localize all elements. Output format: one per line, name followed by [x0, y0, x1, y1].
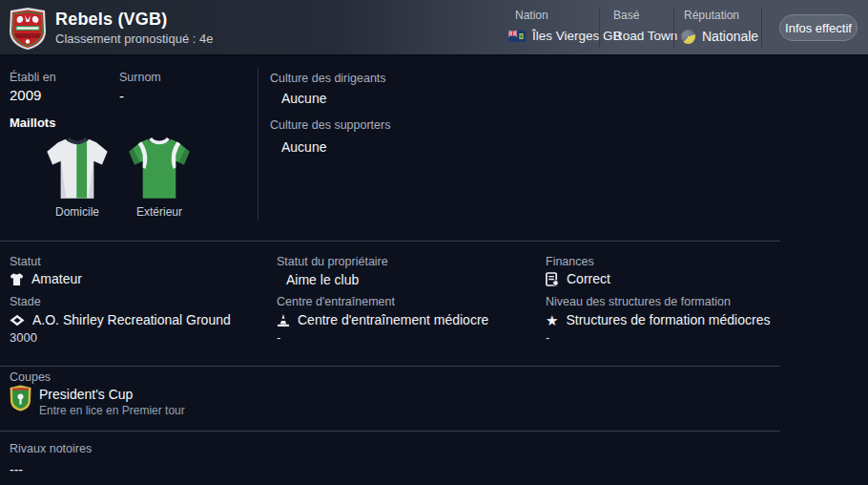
training-value-row: Centre d'entraînement médiocre	[277, 312, 488, 327]
bvi-flag-icon	[508, 31, 526, 42]
based-value: Road Town	[613, 29, 677, 43]
stadium-icon	[10, 314, 25, 327]
header-divider	[761, 8, 762, 48]
owner-status-value: Aime le club	[286, 272, 359, 287]
page-title: Rebels (VGB)	[55, 10, 167, 30]
section-divider	[0, 366, 780, 367]
supporter-culture-value: Aucune	[281, 139, 326, 155]
youth-extra: -	[546, 330, 549, 345]
status-value-row: Amateur	[10, 271, 82, 286]
section-divider	[0, 431, 780, 432]
boardroom-culture-label: Culture des dirigeants	[270, 72, 386, 85]
youth-value: Structures de formation médiocres	[566, 312, 770, 327]
owner-status-label: Statut du propriétaire	[277, 255, 388, 268]
header-divider	[599, 8, 600, 48]
finances-value: Correct	[567, 271, 610, 286]
section-divider	[0, 241, 780, 242]
training-value: Centre d'entraînement médiocre	[298, 312, 488, 327]
nation-label: Nation	[515, 9, 548, 22]
cups-label: Coupes	[10, 370, 51, 384]
stadium-value[interactable]: A.O. Shirley Recreational Ground	[32, 312, 231, 327]
stadium-value-row: A.O. Shirley Recreational Ground	[10, 312, 231, 327]
reputation-value: Nationale	[702, 29, 758, 44]
club-header: Rebels (VGB) Classement pronostiqué : 4e…	[0, 0, 868, 55]
away-kit-label: Extérieur	[125, 205, 194, 219]
nickname-value: -	[119, 88, 124, 104]
based-label: Basé	[613, 9, 639, 22]
kits-label: Maillots	[10, 116, 55, 130]
stadium-capacity: 3000	[10, 330, 37, 345]
established-label: Établi en	[10, 71, 56, 84]
cup-status: Entre en lice en Premier tour	[39, 404, 185, 417]
cup-name[interactable]: President's Cup	[39, 387, 133, 402]
finances-label: Finances	[546, 255, 594, 268]
header-divider	[673, 8, 674, 48]
reputation-label: Réputation	[684, 9, 739, 22]
home-kit-label: Domicile	[43, 205, 112, 219]
squad-info-button[interactable]: Infos effectif	[779, 14, 858, 41]
away-kit-icon	[125, 134, 194, 202]
shirt-icon	[10, 272, 24, 286]
youth-value-row: ★ Structures de formation médiocres	[546, 312, 770, 327]
reputation-globe-icon	[681, 30, 695, 44]
supporter-culture-label: Culture des supporters	[270, 118, 390, 132]
training-extra: -	[277, 330, 280, 345]
youth-label: Niveau des structures de formation	[546, 295, 731, 308]
status-label: Statut	[10, 255, 41, 268]
home-kit-icon	[43, 134, 112, 202]
training-cone-icon	[277, 313, 290, 327]
cup-competition-badge-icon	[10, 385, 31, 411]
established-value: 2009	[10, 87, 41, 103]
club-crest-icon	[7, 7, 49, 51]
predicted-finish: Classement pronostiqué : 4e	[55, 32, 213, 46]
rivals-label: Rivaux notoires	[10, 442, 92, 455]
star-icon: ★	[546, 313, 558, 327]
nickname-label: Surnom	[119, 71, 161, 84]
finances-value-row: Correct	[546, 271, 610, 286]
boardroom-culture-value: Aucune	[281, 91, 326, 106]
training-label: Centre d'entraînement	[277, 295, 395, 308]
status-value: Amateur	[31, 271, 82, 286]
nation-value[interactable]: Îles Vierges GB	[532, 29, 622, 43]
vertical-divider	[258, 67, 258, 221]
rivals-value: ---	[10, 462, 23, 477]
finances-ledger-icon	[546, 272, 559, 286]
stadium-label: Stade	[10, 295, 41, 308]
